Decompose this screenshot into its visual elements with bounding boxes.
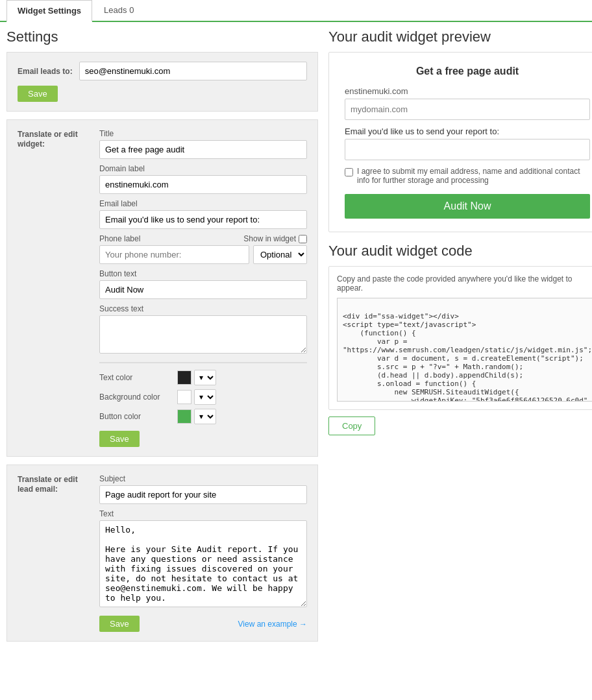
preview-email-label: Email you'd like us to send your report …	[345, 127, 590, 136]
preview-agree-text: I agree to submit my email address, name…	[357, 167, 590, 185]
preview-domain-input[interactable]	[345, 99, 590, 120]
preview-title: Get a free page audit	[345, 66, 590, 77]
success-text-input[interactable]	[99, 315, 307, 354]
tab-leads[interactable]: Leads 0	[93, 0, 144, 21]
lead-save-button[interactable]: Save	[99, 616, 140, 632]
tab-widget-settings[interactable]: Widget Settings	[6, 0, 92, 22]
code-description: Copy and paste the code provided anywher…	[337, 274, 592, 293]
title-input[interactable]	[99, 140, 307, 159]
view-example-link[interactable]: View an example →	[238, 620, 308, 629]
email-leads-section: Email leads to: Save	[6, 52, 318, 112]
success-text-label: Success text	[99, 304, 307, 313]
subject-input[interactable]	[99, 485, 307, 504]
button-color-label: Button color	[99, 412, 171, 421]
lead-text-label: Text	[99, 509, 307, 518]
preview-domain-text: enstinemuki.com	[345, 86, 590, 96]
preview-audit-button[interactable]: Audit Now	[345, 194, 590, 219]
translate-widget-label: Translate or edit widget:	[18, 130, 78, 149]
background-color-select[interactable]: ▾	[194, 389, 216, 405]
button-text-label: Button text	[99, 269, 307, 278]
email-leads-label: Email leads to:	[18, 67, 73, 76]
email-label-input[interactable]	[99, 210, 307, 229]
code-heading: Your audit widget code	[328, 243, 592, 259]
preview-heading: Your audit widget preview	[328, 29, 592, 45]
background-color-label: Background color	[99, 392, 171, 402]
translate-widget-save-button[interactable]: Save	[99, 431, 140, 447]
text-color-select[interactable]: ▾	[194, 370, 216, 385]
email-leads-input[interactable]	[79, 62, 307, 80]
translate-lead-label: Translate or edit lead email:	[18, 475, 78, 494]
button-text-input[interactable]	[99, 280, 307, 299]
subject-label: Subject	[99, 474, 307, 483]
domain-label-input[interactable]	[99, 175, 307, 194]
email-label-label: Email label	[99, 199, 307, 208]
phone-label-input[interactable]	[99, 245, 249, 264]
translate-widget-section: Translate or edit widget: Title Domain l…	[6, 119, 318, 457]
translate-lead-section: Translate or edit lead email: Subject Te…	[6, 465, 318, 642]
domain-label-label: Domain label	[99, 164, 307, 173]
show-in-widget-checkbox[interactable]	[299, 235, 307, 243]
copy-button[interactable]: Copy	[328, 416, 375, 435]
settings-heading: Settings	[6, 29, 318, 45]
preview-agree-checkbox[interactable]	[345, 168, 353, 176]
phone-label-label: Phone label	[99, 234, 140, 243]
text-color-label: Text color	[99, 373, 171, 382]
button-color-select[interactable]: ▾	[194, 409, 216, 424]
lead-text-input[interactable]	[99, 520, 307, 607]
code-area: <div id="ssa-widget"></div> <script type…	[337, 298, 592, 402]
email-leads-save-button[interactable]: Save	[18, 86, 58, 102]
title-label: Title	[99, 129, 307, 138]
code-section: Copy and paste the code provided anywher…	[328, 266, 592, 410]
phone-optional-select[interactable]: Optional	[253, 245, 307, 264]
preview-widget: Get a free page audit enstinemuki.com Em…	[328, 52, 592, 232]
show-in-widget-label: Show in widget	[243, 234, 296, 243]
preview-email-input[interactable]	[345, 139, 590, 160]
